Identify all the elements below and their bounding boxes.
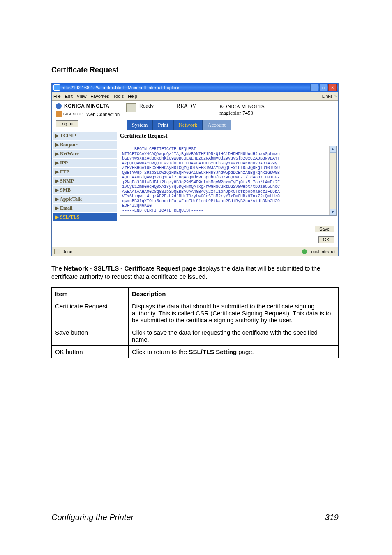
tab-system[interactable]: System [127, 120, 153, 130]
ie-icon [53, 84, 60, 91]
cell-desc: Click to return to the SSL/TLS Setting p… [129, 345, 339, 358]
body-paragraph: The Network - SSL/TLS - Certificate Requ… [51, 264, 339, 281]
description-table: Item Description Certificate Request Dis… [51, 287, 339, 358]
menu-view[interactable]: View [77, 94, 87, 99]
tab-account[interactable]: Account [203, 120, 231, 130]
ie-window: http://192.168.1.2/a_index.html - Micros… [51, 83, 339, 256]
page-footer: Configuring the Printer 319 [51, 511, 339, 522]
konica-minolta-logo-icon [56, 103, 62, 109]
maximize-button[interactable]: □ [319, 84, 327, 91]
done-icon [54, 249, 60, 254]
status-done: Done [62, 249, 72, 254]
tab-print[interactable]: Print [153, 120, 173, 130]
nav-ipp[interactable]: ▶ IPP [53, 159, 117, 167]
scroll-up-icon[interactable]: ▲ [330, 146, 336, 153]
ie-statusbar: Done Local intranet [52, 247, 338, 256]
minimize-button[interactable]: _ [310, 84, 318, 91]
cell-desc-post: page. [237, 348, 254, 355]
pagescope-prefix: PAGE SCOPE [63, 113, 85, 116]
menu-edit[interactable]: Edit [65, 94, 73, 99]
intranet-icon [302, 249, 307, 254]
ie-title-text: http://192.168.1.2/a_index.html - Micros… [62, 85, 181, 90]
ie-titlebar: http://192.168.1.2/a_index.html - Micros… [52, 83, 338, 92]
table-header-row: Item Description [52, 287, 339, 300]
tabstrip: System Print Network Account [127, 120, 338, 130]
nav-netware[interactable]: ▶ NetWare [53, 150, 117, 158]
side-nav: ▶ TCP/IP ▶ Bonjour ▶ NetWare ▶ IPP ▶ FTP… [52, 130, 118, 247]
nav-smb[interactable]: ▶ SMB [53, 186, 117, 194]
section-title-suffix: t [116, 66, 118, 74]
table-row: Certificate Request Displays the data th… [52, 300, 339, 326]
section-title: Certificate Request [51, 66, 339, 74]
ie-menubar: File Edit View Favorites Tools Help Link… [52, 92, 338, 101]
printer-icon [126, 103, 136, 112]
menu-tools[interactable]: Tools [113, 94, 124, 99]
cell-desc-bold: SSL/TLS Setting [189, 348, 237, 355]
nav-bonjour[interactable]: ▶ Bonjour [53, 141, 117, 149]
pagescope-label: Web Connection [86, 112, 120, 117]
menu-help[interactable]: Help [128, 94, 137, 99]
menu-file[interactable]: File [53, 94, 61, 99]
ok-button[interactable]: OK [318, 236, 334, 243]
pagescope-icon [56, 111, 62, 117]
status-zone: Local intranet [309, 249, 336, 254]
menu-favorites[interactable]: Favorites [90, 94, 109, 99]
nav-appletalk[interactable]: ▶ AppleTalk [53, 195, 117, 203]
status-ready-big: READY [177, 103, 196, 110]
status-ready: Ready [139, 103, 154, 109]
table-row: OK button Click to return to the SSL/TLS… [52, 345, 339, 358]
device-name: KONICA MINOLTA [219, 103, 265, 110]
body-bold: Network - SSL/TLS - Certificate Request [64, 265, 180, 272]
cell-item: OK button [52, 345, 129, 358]
panel-title: Certificate Request [120, 132, 337, 141]
brand-name: KONICA MINOLTA [64, 103, 109, 109]
links-label[interactable]: Links [322, 94, 333, 99]
table-row: Save button Click to save the data for r… [52, 326, 339, 345]
logout-button[interactable]: Log out [56, 120, 78, 127]
cell-item: Save button [52, 326, 129, 345]
tab-network[interactable]: Network [174, 120, 203, 130]
nav-ssltls[interactable]: ▶ SSL/TLS [53, 213, 117, 221]
links-chevron-icon[interactable]: » [334, 94, 337, 99]
nav-tcpip[interactable]: ▶ TCP/IP [53, 132, 117, 140]
section-title-text: Certificate Reques [51, 66, 116, 74]
scrollbar[interactable]: ▲ ▼ [329, 146, 336, 215]
header-strip: KONICA MINOLTA PAGE SCOPE Web Connection… [52, 101, 338, 118]
col-description: Description [129, 287, 339, 300]
footer-left: Configuring the Printer [51, 513, 134, 522]
device-model: magicolor 7450 [219, 110, 265, 116]
cell-desc: Click to save the data for requesting th… [129, 326, 339, 345]
scroll-down-icon[interactable]: ▼ [330, 209, 336, 215]
save-button[interactable]: Save [315, 226, 334, 232]
cell-desc: Displays the data that should be submitt… [129, 300, 339, 326]
cell-item: Certificate Request [52, 300, 129, 326]
certificate-request-textarea[interactable]: -----BEGIN CERTIFICATE REQUEST----- NIIC… [120, 146, 337, 216]
certificate-request-text: -----BEGIN CERTIFICATE REQUEST----- NIIC… [122, 147, 280, 213]
main-panel: Certificate Request -----BEGIN CERTIFICA… [118, 130, 338, 247]
close-button[interactable]: X [328, 84, 337, 91]
nav-snmp[interactable]: ▶ SNMP [53, 177, 117, 185]
col-item: Item [52, 287, 129, 300]
nav-email[interactable]: ▶ Email [53, 204, 117, 212]
body-pre: The [51, 265, 64, 272]
footer-page-number: 319 [325, 513, 339, 522]
nav-ftp[interactable]: ▶ FTP [53, 168, 117, 176]
cell-desc-pre: Click to return to the [132, 348, 189, 355]
ie-content: KONICA MINOLTA PAGE SCOPE Web Connection… [52, 101, 338, 247]
